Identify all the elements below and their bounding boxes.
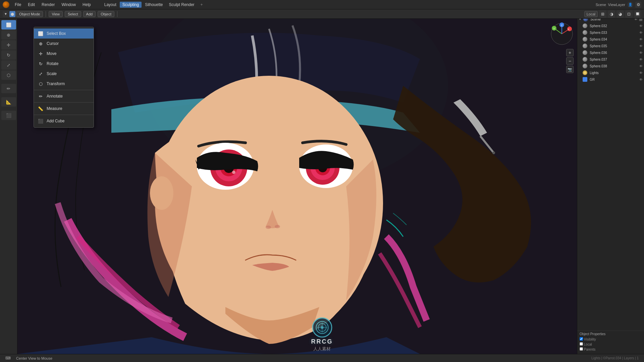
svg-text:Z: Z — [561, 24, 563, 27]
parents-row: Parents — [580, 347, 641, 351]
lights-vis[interactable]: 👁 — [639, 71, 643, 75]
outliner-bottom: Object Properties Visibility Local Paren… — [577, 330, 644, 354]
gr-icon — [583, 77, 587, 82]
blender-logo-icon[interactable] — [3, 1, 9, 8]
local-checkbox[interactable] — [580, 342, 583, 346]
top-menu-bar: File Edit Render Window Help Layout Scul… — [0, 0, 644, 9]
sphere032-vis[interactable]: 👁 — [639, 24, 643, 28]
menu-help[interactable]: Help — [80, 2, 94, 8]
tree-item-gr[interactable]: GR 👁 — [577, 76, 644, 83]
select-btn[interactable]: Select — [65, 11, 81, 17]
ctx-rotate[interactable]: ↻ Rotate — [34, 59, 94, 69]
local-btn[interactable]: Local — [584, 11, 598, 17]
measure-tool[interactable]: 📐 — [1, 97, 16, 107]
move-icon: ✛ — [37, 50, 44, 57]
ctx-cursor-label: Cursor — [47, 41, 59, 46]
tree-item-sphere032[interactable]: Sphere.032 👁 — [577, 22, 644, 29]
viewport[interactable]: X Y Z + − 📷 — [17, 19, 577, 354]
sphere035-icon — [583, 44, 587, 48]
sphere034-vis[interactable]: 👁 — [639, 38, 643, 41]
viewport-artwork — [17, 19, 577, 354]
cursor-icon: ⊕ — [37, 40, 44, 47]
visibility-checkbox[interactable] — [580, 337, 583, 341]
annotate-icon: ✏ — [37, 93, 44, 100]
tree-item-sphere034[interactable]: Sphere.034 👁 — [577, 36, 644, 43]
user-avatar[interactable]: 👤 — [627, 2, 633, 8]
svg-point-18 — [150, 176, 173, 210]
menu-render[interactable]: Render — [39, 2, 57, 8]
sphere037-vis[interactable]: 👁 — [639, 58, 643, 61]
viewport-shading[interactable]: ◕ — [616, 10, 624, 18]
parents-checkbox[interactable] — [580, 347, 583, 351]
ctx-cursor[interactable]: ⊕ Cursor — [34, 39, 94, 49]
select-box-tool[interactable]: ⬜ — [1, 20, 16, 29]
menu-window[interactable]: Window — [59, 2, 78, 8]
add-btn[interactable]: Add — [83, 11, 96, 17]
workspace-add[interactable]: + — [198, 2, 206, 8]
move-tool[interactable]: ✛ — [1, 40, 16, 50]
ctx-annotate[interactable]: ✏ Annotate — [34, 91, 94, 101]
tree-item-sphere038[interactable]: Sphere.038 👁 — [577, 63, 644, 69]
gr-label: GR — [590, 78, 595, 81]
ctx-add-cube[interactable]: ⬛ Add Cube — [34, 116, 94, 126]
tree-item-lights[interactable]: Lights 👁 — [577, 69, 644, 76]
settings-icon[interactable]: ⚙ — [635, 2, 641, 8]
viewport-controls: + − 📷 — [566, 49, 574, 73]
workspace-sculpt-render[interactable]: Sculpt Render — [166, 2, 197, 8]
sphere035-vis[interactable]: 👁 — [639, 44, 643, 48]
gr-vis[interactable]: 👁 — [639, 78, 643, 81]
view-layer-name: ViewLayer — [608, 3, 625, 7]
sphere036-vis[interactable]: 👁 — [639, 51, 643, 55]
mode-icon[interactable]: ▼ — [3, 11, 9, 17]
sphere032-label: Sphere.032 — [590, 24, 607, 28]
zoom-in-btn[interactable]: + — [566, 49, 574, 56]
sphere037-label: Sphere.037 — [590, 58, 607, 61]
context-menu: ⬜ Select Box ⊕ Cursor ✛ Move ↻ Rotate ⤢ … — [34, 27, 94, 128]
shading-toggle[interactable]: ◑ — [608, 10, 615, 18]
object-btn[interactable]: Object — [98, 11, 114, 17]
object-mode-btn[interactable]: Object Mode — [16, 11, 43, 17]
workspace-sculpting[interactable]: Sculpting — [120, 2, 142, 8]
tree-item-sphere035[interactable]: Sphere.035 👁 — [577, 43, 644, 49]
zoom-out-btn[interactable]: − — [566, 57, 574, 65]
annotate-tool[interactable]: ✏ — [1, 84, 16, 93]
snap-toggle[interactable]: 🔲 — [634, 10, 641, 18]
overlay-toggle[interactable]: ⊞ — [599, 10, 606, 18]
sphere036-icon — [583, 50, 587, 55]
tree-item-sphere037[interactable]: Sphere.037 👁 — [577, 56, 644, 63]
ctx-select-box[interactable]: ⬜ Select Box — [34, 28, 94, 39]
transform-icon: ⬡ — [37, 80, 44, 87]
camera-btn[interactable]: 📷 — [566, 66, 574, 73]
svg-point-20 — [492, 152, 495, 154]
lights-label: Lights — [590, 71, 599, 75]
sphere038-vis[interactable]: 👁 — [639, 64, 643, 68]
left-toolbar: ⬜ ⊕ ✛ ↻ ⤢ ⬡ ✏ 📐 ⬛ — [0, 19, 17, 354]
add-cube-tool[interactable]: ⬛ — [1, 111, 16, 120]
view-btn[interactable]: View — [49, 11, 63, 17]
workspace-layout[interactable]: Layout — [102, 2, 119, 8]
object-icon[interactable]: ⬤ — [9, 11, 15, 17]
status-shortcut-icon: ⌨ — [5, 356, 11, 360]
menu-file[interactable]: File — [12, 2, 24, 8]
workspace-silhouette[interactable]: Silhouette — [142, 2, 165, 8]
sphere033-vis[interactable]: 👁 — [639, 31, 643, 35]
ctx-measure[interactable]: 📏 Measure — [34, 104, 94, 114]
xray-toggle[interactable]: ⊡ — [625, 10, 633, 18]
ctx-transform[interactable]: ⬡ Transform — [34, 79, 94, 89]
rotate-icon: ↻ — [37, 60, 44, 67]
transform-tool[interactable]: ⬡ — [1, 70, 16, 80]
ctx-scale[interactable]: ⤢ Scale — [34, 69, 94, 79]
tree-item-sphere036[interactable]: Sphere.036 👁 — [577, 49, 644, 56]
header-toolbar: ▼ ⬤ Object Mode View Select Add Object L… — [0, 9, 644, 19]
ctx-move[interactable]: ✛ Move — [34, 49, 94, 59]
menu-edit[interactable]: Edit — [25, 2, 38, 8]
ctx-annotate-label: Annotate — [47, 94, 63, 99]
svg-text:X: X — [568, 28, 570, 31]
scale-tool[interactable]: ⤢ — [1, 60, 16, 70]
cursor-tool[interactable]: ⊕ — [1, 30, 16, 40]
tree-item-sphere033[interactable]: Sphere.033 👁 — [577, 29, 644, 36]
svg-point-33 — [321, 326, 323, 329]
ctx-rotate-label: Rotate — [47, 61, 58, 66]
svg-text:Y: Y — [553, 27, 555, 30]
rotate-tool[interactable]: ↻ — [1, 50, 16, 60]
